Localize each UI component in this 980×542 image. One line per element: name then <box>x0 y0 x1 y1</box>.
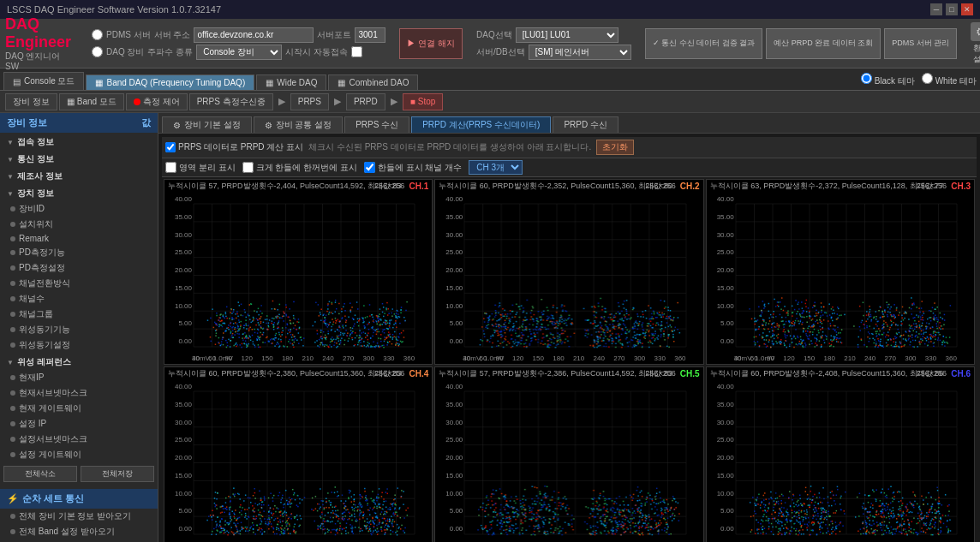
bullet-icon12 <box>10 390 15 396</box>
chart-ch6-header: 누적시이클 60, PRPD발생횟수-2,408, PulseCount15,3… <box>710 369 950 379</box>
sidebar-header: 장비 정보 값 <box>0 113 158 133</box>
sidebar-item-connection[interactable]: ▼ 접속 정보 <box>0 134 158 150</box>
main-toolbar: DAQ Engineer DAQ 엔지니어 SW PDMS 서버 서버 주소 서… <box>0 19 980 68</box>
count-select-checkbox[interactable] <box>364 162 375 173</box>
freq-select[interactable]: Console 장비 <box>196 45 282 60</box>
show-prps-checkbox[interactable] <box>165 142 176 152</box>
chart-ch4-size: 256×256 <box>374 369 404 378</box>
chart-ch2-size: 256×256 <box>645 182 675 190</box>
bullet-icon11 <box>10 375 15 380</box>
sidebar-item-seq2[interactable]: 전체 Band 설정 받아오기 <box>0 524 158 539</box>
content-tab-device-basic[interactable]: ⚙ 장비 기본 설정 <box>162 116 252 133</box>
sensor-result-button[interactable]: ✓ 통신 수신 데이터 검증 결과 <box>645 28 763 59</box>
wide-icon: ▦ <box>266 78 273 87</box>
tab-band-daq[interactable]: ▦ Band DAQ (Frequency Tuning DAQ) <box>86 74 254 90</box>
sidebar-item-current-gateway[interactable]: 현재 게이트웨이 <box>0 401 158 416</box>
tab-console[interactable]: ▤ Console 모드 <box>3 72 84 90</box>
bullet-icon4 <box>10 250 15 255</box>
sidebar-item-pd-func[interactable]: PD측정기능 <box>0 245 158 260</box>
sidebar-item-maker[interactable]: ▼ 제조사 정보 <box>0 169 158 184</box>
server-db-select[interactable]: [SM] 메인서버 <box>529 45 631 60</box>
show-prps-label[interactable]: PRPS 데이터로 PRPD 계산 표시 <box>165 141 303 153</box>
sidebar-item-ch-mode[interactable]: 채널전환방식 <box>0 276 158 291</box>
band-icon: ▦ <box>95 78 103 87</box>
server-addr-input[interactable] <box>194 27 314 43</box>
tab-combined-dao[interactable]: ▦ Combined DAO <box>328 74 418 90</box>
content-tab-prps-receive[interactable]: PRPS 수신 <box>344 116 409 133</box>
theme-options: Black 테마 White 테마 <box>861 73 977 90</box>
tab-wide-daq[interactable]: ▦ Wide DAQ <box>256 74 326 90</box>
prpd-button[interactable]: PRPD <box>346 93 385 110</box>
maximize-button[interactable]: □ <box>946 3 958 15</box>
sidebar-item-comm[interactable]: ▼ 통신 정보 <box>0 152 158 167</box>
sidebar-item-set-ip[interactable]: 설정 IP <box>0 416 158 432</box>
black-theme-radio[interactable] <box>861 73 872 84</box>
black-theme-label[interactable]: Black 테마 <box>861 73 915 87</box>
daq-device-radio[interactable] <box>92 46 103 57</box>
area-filter-checkbox[interactable] <box>165 162 176 173</box>
bullet-icon6 <box>10 281 15 286</box>
prpd-canvas-ch3 <box>707 180 974 364</box>
all-delete-button[interactable]: 전체삭소 <box>3 466 77 482</box>
expand-icon4: ▼ <box>7 190 14 198</box>
minimize-button[interactable]: ─ <box>930 3 942 15</box>
bullet-icon15 <box>10 437 15 442</box>
content-tab-prpd-receive[interactable]: PRPD 수신 <box>553 116 618 133</box>
ch-count-select[interactable]: CH 3개 <box>469 160 523 175</box>
white-theme-radio[interactable] <box>922 73 933 84</box>
band-mode-button[interactable]: ▦ Band 모드 <box>59 93 124 110</box>
prpd-canvas-ch2 <box>435 180 702 364</box>
device-info-button[interactable]: 장비 정보 <box>5 93 57 110</box>
white-theme-label[interactable]: White 테마 <box>922 73 977 87</box>
content-area: ⚙ 장비 기본 설정 ⚙ 장비 공통 설정 PRPS 수신 PRPD 계산(PR… <box>158 113 980 542</box>
bullet-icon5 <box>10 265 15 271</box>
pdms-manage-button[interactable]: PDMS 서버 관리 <box>884 28 957 59</box>
sidebar-item-ref[interactable]: ▼ 위성 레퍼런스 <box>0 354 158 370</box>
sidebar: 장비 정보 값 ▼ 접속 정보 ▼ 통신 정보 ▼ 제조사 정보 ▼ 장치 정보… <box>0 113 158 542</box>
prpd-data-button[interactable]: 예산 PRPD 완료 데이터 조회 <box>766 28 881 59</box>
sidebar-item-gps-setting[interactable]: 위성동기설정 <box>0 337 158 353</box>
prpd-area: PRPS 데이터로 PRPD 계산 표시 체크시 수신된 PRPS 데이터로 P… <box>158 134 980 542</box>
sidebar-item-current-subnet[interactable]: 현재서브넷마스크 <box>0 385 158 401</box>
daq-select[interactable]: [LU01] LU01 <box>516 27 618 43</box>
env-button[interactable]: ⚙ 환경설정 <box>971 22 980 65</box>
sidebar-item-ch-count[interactable]: 채널수 <box>0 291 158 307</box>
large-display-checkbox[interactable] <box>242 162 254 173</box>
prps-receive-button[interactable]: PRPS 측정수신중 <box>189 93 273 110</box>
prps-button[interactable]: PRPS <box>290 93 329 110</box>
sidebar-item-current-ip[interactable]: 현재IP <box>0 370 158 385</box>
sidebar-item-pd-setting[interactable]: PD측정설정 <box>0 260 158 276</box>
settings-icon2: ⚙ <box>265 121 272 130</box>
sidebar-item-deviceid[interactable]: 장비ID <box>0 201 158 217</box>
sidebar-item-set-gateway[interactable]: 설정 게이트웨이 <box>0 447 158 462</box>
all-save-button[interactable]: 전체저장 <box>81 466 154 482</box>
close-button[interactable]: ✕ <box>961 3 973 15</box>
stop-button[interactable]: ■ Stop <box>403 93 444 110</box>
main-area: 장비 정보 값 ▼ 접속 정보 ▼ 통신 정보 ▼ 제조사 정보 ▼ 장치 정보… <box>0 113 980 542</box>
y-axis-ch4: 40.00 35.00 30.00 25.00 20.00 15.00 10.0… <box>166 383 192 533</box>
sidebar-item-location[interactable]: 설치위치 <box>0 217 158 232</box>
sidebar-item-set-subnet[interactable]: 설정서브넷마스크 <box>0 432 158 447</box>
measure-control-button[interactable]: 측정 제어 <box>126 93 188 110</box>
content-tab-prpd-calc[interactable]: PRPD 계산(PRPS 수신데이터) <box>411 116 551 133</box>
sidebar-item-ch-group[interactable]: 채널그룹 <box>0 307 158 322</box>
sidebar-item-gps-func[interactable]: 위성동기기능 <box>0 322 158 337</box>
titlebar: LSCS DAQ Engineer Software Version 1.0.7… <box>0 0 980 19</box>
sidebar-item-remark[interactable]: Remark <box>0 232 158 245</box>
reset-button[interactable]: 초기화 <box>596 140 634 155</box>
app-title: LSCS DAQ Engineer Software Version 1.0.7… <box>7 4 221 15</box>
settings-icon: ⚙ <box>173 121 181 130</box>
sidebar-item-device[interactable]: ▼ 장치 정보 <box>0 186 158 201</box>
area-filter-label[interactable]: 영역 분리 표시 <box>165 162 236 174</box>
bullet-icon8 <box>10 312 15 317</box>
bullet-seq2 <box>10 529 15 534</box>
auto-connect-checkbox[interactable] <box>351 46 362 57</box>
content-tab-device-common[interactable]: ⚙ 장비 공통 설정 <box>254 116 344 133</box>
large-display-label[interactable]: 크게 한들에 한꺼번에 표시 <box>242 162 357 174</box>
sidebar-item-seq1[interactable]: 전체 장비 기본 정보 받아오기 <box>0 509 158 524</box>
connect-button[interactable]: ▶ 연결 해지 <box>399 28 463 59</box>
pdms-server-radio[interactable] <box>92 29 103 40</box>
server-port-input[interactable] <box>355 27 385 43</box>
chart-ch4-label: CH.4 <box>409 369 429 378</box>
chart-ch6-label: CH.6 <box>951 369 971 378</box>
